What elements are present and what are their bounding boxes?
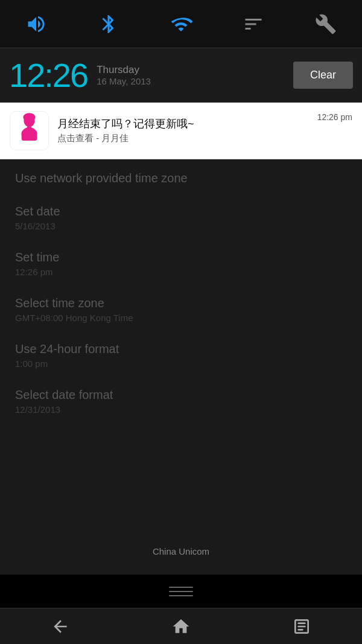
setting-timezone: Select time zone GMT+08:00 Hong Kong Tim… bbox=[15, 296, 347, 323]
bottom-tray bbox=[0, 575, 362, 608]
settings-background: Use network provided time zone Set date … bbox=[0, 159, 362, 446]
status-bar bbox=[0, 0, 362, 48]
nav-bar bbox=[0, 608, 362, 644]
wifi-icon bbox=[166, 9, 196, 39]
date-full: 16 May, 2013 bbox=[97, 76, 151, 86]
setting-set-date: Set date 5/16/2013 bbox=[15, 205, 347, 231]
clear-button[interactable]: Clear bbox=[293, 62, 353, 89]
menu-line-3 bbox=[169, 595, 193, 596]
setting-set-time: Set time 12:26 pm bbox=[15, 250, 347, 277]
time-block: 12:26 Thursday 16 May, 2013 bbox=[9, 56, 293, 95]
setting-date-format: Select date format 12/31/2013 bbox=[15, 388, 347, 415]
tools-icon bbox=[311, 9, 341, 39]
svg-rect-9 bbox=[297, 629, 303, 631]
notification-time: 12:26 pm bbox=[317, 112, 352, 122]
menu-line-1 bbox=[169, 587, 193, 588]
bluetooth-icon bbox=[94, 9, 124, 39]
setting-24hr: Use 24-hour format 1:00 pm bbox=[15, 342, 347, 369]
day-name: Thursday bbox=[97, 64, 151, 76]
filter-icon bbox=[238, 9, 268, 39]
back-button[interactable] bbox=[42, 614, 78, 639]
menu-lines bbox=[169, 587, 193, 596]
menu-line-2 bbox=[169, 591, 193, 592]
notification-subtitle: 点击查看 - 月月佳 bbox=[57, 133, 317, 144]
notification-content: 月经结束了吗？记得更新哦~ 点击查看 - 月月佳 bbox=[57, 117, 317, 144]
home-button[interactable] bbox=[163, 614, 199, 639]
carrier-bar: China Unicom bbox=[0, 540, 362, 563]
notification-title: 月经结束了吗？记得更新哦~ bbox=[57, 117, 317, 131]
notification-item[interactable]: 月经结束了吗？记得更新哦~ 点击查看 - 月月佳 12:26 pm bbox=[0, 103, 362, 159]
app-icon bbox=[10, 111, 49, 150]
svg-rect-7 bbox=[297, 622, 305, 624]
recents-button[interactable] bbox=[284, 614, 320, 639]
date-block: Thursday 16 May, 2013 bbox=[97, 64, 151, 86]
notification-header: 12:26 Thursday 16 May, 2013 Clear bbox=[0, 48, 362, 103]
svg-rect-6 bbox=[22, 130, 37, 141]
time-display: 12:26 bbox=[9, 56, 87, 95]
volume-icon bbox=[21, 9, 51, 39]
setting-network-time: Use network provided time zone bbox=[15, 171, 347, 185]
svg-rect-8 bbox=[297, 625, 305, 627]
